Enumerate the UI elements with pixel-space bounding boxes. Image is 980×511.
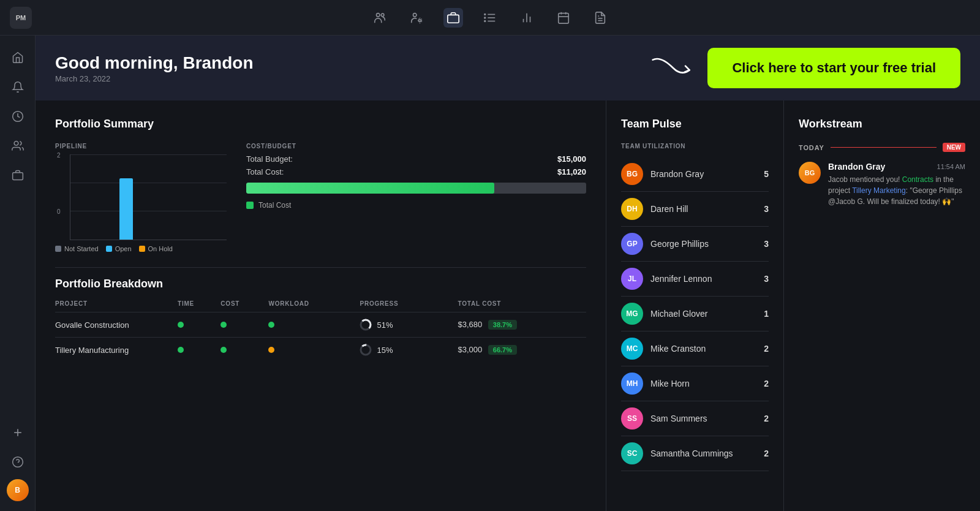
open-bar [119,178,133,240]
svg-point-1 [381,13,384,17]
team-member-row: MG Michael Glover 1 [621,297,769,331]
chart-legend: Not Started Open On Hold [55,245,227,252]
breakdown-table: PROJECT TIME COST WORKLOAD PROGRESS TOTA… [55,300,586,362]
col-project: PROJECT [55,300,178,312]
chart-nav-icon[interactable] [517,8,537,28]
member-avatar-mc: MC [621,338,643,360]
workload-status-2 [268,338,360,363]
contracts-link[interactable]: Contracts [902,175,933,184]
total-cost-row: Total Cost: $11,020 [246,167,586,176]
budget-bar-fill [246,183,494,194]
workstream-panel: Workstream TODAY NEW BG Brandon Gray 11:… [784,100,980,511]
member-avatar-dh: DH [621,198,643,220]
people-group-nav-icon[interactable] [370,8,390,28]
workstream-avatar: BG [799,162,821,184]
cost-dot-2 [221,347,227,353]
team-member-row: SC Samantha Cummings 2 [621,436,769,471]
team-member-row: GP George Phillips 3 [621,227,769,262]
sidebar-add-icon[interactable] [6,420,30,445]
section-divider [55,267,586,268]
sidebar-help-icon[interactable] [6,450,30,474]
svg-point-26 [12,457,23,467]
table-header-row: PROJECT TIME COST WORKLOAD PROGRESS TOTA… [55,300,586,312]
pie-chart-2 [360,344,372,356]
time-dot-1 [178,322,184,328]
workload-status-1 [268,312,360,338]
breakdown-title: Portfolio Breakdown [55,278,586,290]
member-name: George Phillips [650,239,756,249]
member-avatar-mh: MH [621,373,643,395]
pipeline-label: PIPELINE [55,143,227,150]
svg-point-11 [484,20,486,21]
tillery-marketing-link[interactable]: Tillery Marketing [852,186,906,195]
today-label: TODAY [799,144,824,151]
team-pulse-title: Team Pulse [621,118,769,131]
member-name: Daren Hill [650,204,756,214]
cost-dot-1 [221,322,227,328]
today-line [831,147,937,148]
time-dot-2 [178,347,184,353]
header-right: Click here to start your free trial [649,48,960,88]
col-progress: PROGRESS [360,300,458,312]
page-header: Good morning, Brandon March 23, 2022 Cli… [36,36,980,100]
svg-point-0 [377,13,380,17]
cost-budget-label: COST/BUDGET [246,143,586,150]
member-count: 3 [764,239,769,249]
progress-1: 51% [360,312,458,338]
cost-budget-section: COST/BUDGET Total Budget: $15,000 Total … [246,143,586,252]
top-nav: PM [0,0,980,36]
on-hold-dot [139,246,145,252]
time-status-2 [178,338,221,363]
list-nav-icon[interactable] [480,8,500,28]
sidebar-notifications-icon[interactable] [6,75,30,99]
member-avatar-gp: GP [621,233,643,255]
calendar-nav-icon[interactable] [554,8,573,28]
sidebar-home-icon[interactable] [6,45,30,70]
col-time: TIME [178,300,221,312]
member-name: Mike Cranston [650,344,756,354]
sidebar-clock-icon[interactable] [6,104,30,129]
team-member-row: MC Mike Cranston 2 [621,331,769,366]
svg-point-10 [484,17,486,18]
app-logo[interactable]: PM [10,7,32,29]
header-text: Good morning, Brandon March 23, 2022 [55,53,254,83]
sidebar: B [0,36,36,511]
member-name: Mike Horn [650,379,756,388]
main-layout: B Good morning, Brandon March 23, 2022 C… [0,36,980,511]
member-count: 2 [764,414,769,423]
breakdown-tbody: Govalle Construction [55,312,586,363]
y-label-1: 0 [57,208,61,214]
member-avatar-jl: JL [621,268,643,290]
sidebar-portfolio-icon[interactable] [6,163,30,187]
project-name-2: Tillery Manufacturing [55,338,178,363]
briefcase-nav-icon[interactable] [443,8,463,28]
today-bar: TODAY NEW [799,143,965,152]
cost-legend-dot [246,202,254,209]
cost-status-1 [221,312,268,338]
svg-point-3 [419,19,421,21]
arrow-area [649,50,698,86]
workstream-author: Brandon Gray [828,162,885,172]
workstream-content: Brandon Gray 11:54 AM Jacob mentioned yo… [828,162,965,207]
member-count: 1 [764,309,769,319]
workstream-message: Jacob mentioned you! Contracts in the pr… [828,174,965,207]
people-settings-nav-icon[interactable] [407,8,426,28]
table-row: Tillery Manufacturing [55,338,586,363]
progress-2: 15% [360,338,458,363]
svg-rect-15 [559,13,569,23]
budget-bar-track [246,183,586,194]
main-content: Good morning, Brandon March 23, 2022 Cli… [36,36,980,511]
greeting-title: Good morning, Brandon [55,53,254,73]
document-nav-icon[interactable] [590,8,610,28]
total-budget-row: Total Budget: $15,000 [246,154,586,164]
free-trial-button[interactable]: Click here to start your free trial [707,48,960,88]
chart-bars [119,178,133,240]
pie-chart-1 [360,319,372,331]
table-row: Govalle Construction [55,312,586,338]
workstream-title: Workstream [799,118,965,131]
pipeline-chart: PIPELINE 2 0 [55,143,227,252]
sidebar-team-icon[interactable] [6,134,30,158]
chart-area: PIPELINE 2 0 [55,143,586,252]
sidebar-user-avatar[interactable]: B [7,479,29,501]
team-pulse-panel: Team Pulse TEAM UTILIZATION BG Brandon G… [606,100,784,511]
